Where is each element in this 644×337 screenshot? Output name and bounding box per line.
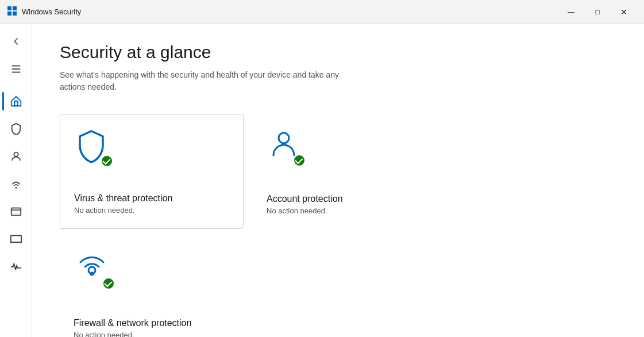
svg-point-8 [14, 152, 18, 156]
sidebar-item-menu[interactable] [2, 56, 30, 82]
check-badge-firewall [102, 277, 115, 290]
check-badge-account [293, 154, 306, 167]
card-account-text: Account protection No action needed. [267, 194, 423, 215]
sidebar-item-home[interactable] [2, 89, 30, 114]
svg-point-15 [90, 272, 94, 276]
sidebar-item-account[interactable] [2, 144, 30, 169]
card-virus[interactable]: Virus & threat protection No action need… [60, 114, 244, 229]
svg-point-14 [279, 133, 289, 143]
card-virus-text: Virus & threat protection No action need… [74, 193, 229, 215]
sidebar-item-device[interactable] [2, 227, 30, 252]
svg-rect-2 [7, 12, 11, 16]
svg-rect-10 [11, 208, 21, 216]
svg-rect-3 [13, 12, 17, 16]
sidebar-item-back[interactable] [2, 29, 30, 54]
close-button[interactable]: ✕ [611, 3, 637, 21]
svg-rect-7 [14, 101, 18, 106]
card-firewall-status: No action needed. [74, 331, 230, 337]
page-title: Security at a glance [60, 43, 616, 62]
svg-rect-0 [7, 6, 11, 10]
card-virus-status: No action needed. [74, 206, 229, 215]
check-badge-virus [101, 155, 113, 167]
card-virus-title: Virus & threat protection [74, 193, 229, 204]
title-bar-left: Windows Security [7, 6, 81, 18]
sidebar-item-virus[interactable] [2, 116, 30, 141]
app-icon [7, 6, 17, 18]
sidebar-item-health[interactable] [2, 254, 30, 279]
account-protection-icon [267, 128, 303, 164]
sidebar-item-app[interactable] [2, 199, 30, 224]
window-controls: — □ ✕ [558, 3, 637, 21]
card-firewall-text: Firewall & network protection No action … [74, 318, 230, 337]
maximize-button[interactable]: □ [584, 3, 611, 21]
main-content: Security at a glance See what's happenin… [32, 24, 644, 337]
minimize-button[interactable]: — [558, 3, 584, 21]
firewall-icon [74, 252, 110, 289]
virus-shield-icon [74, 128, 111, 165]
title-bar: Windows Security — □ ✕ [0, 0, 644, 24]
svg-rect-1 [13, 6, 17, 10]
card-account-status: No action needed. [267, 206, 423, 215]
sidebar-item-network[interactable] [2, 171, 30, 197]
card-firewall[interactable]: Firewall & network protection No action … [60, 238, 244, 337]
card-account-title: Account protection [267, 194, 423, 204]
page-subtitle: See what's happening with the security a… [60, 69, 347, 93]
app-container: Security at a glance See what's happenin… [0, 24, 644, 337]
sidebar [0, 24, 32, 337]
window-title: Windows Security [22, 7, 81, 16]
svg-point-9 [15, 187, 17, 189]
card-account[interactable]: Account protection No action needed. [253, 114, 437, 229]
cards-grid: Virus & threat protection No action need… [60, 114, 616, 337]
svg-rect-12 [10, 236, 21, 243]
card-firewall-title: Firewall & network protection [74, 318, 230, 328]
